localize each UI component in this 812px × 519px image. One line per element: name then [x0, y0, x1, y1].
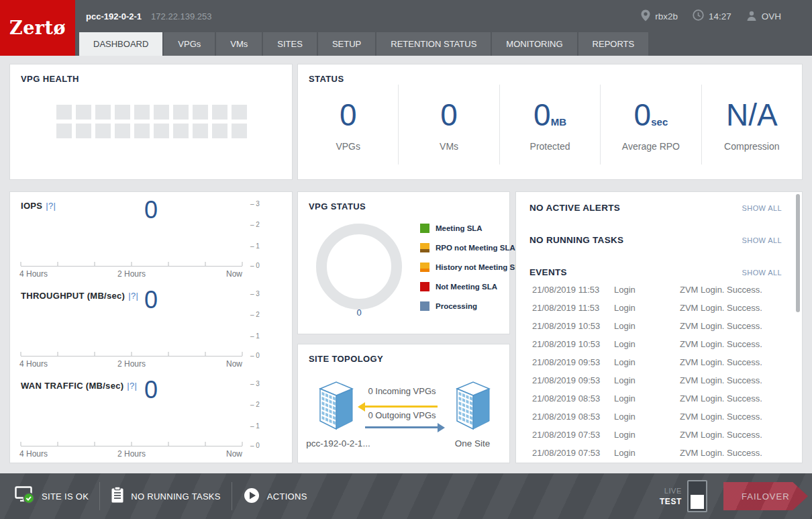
vpg-health-grid: [56, 105, 251, 138]
metric-label: VPGs: [336, 141, 360, 152]
vpg-health-cell: [115, 105, 130, 120]
event-time: 21/08/2019 08:53: [532, 412, 614, 422]
remote-site-building-icon: [454, 381, 493, 433]
alerts-tasks-events-panel: NO ACTIVE ALERTS SHOW ALL NO RUNNING TAS…: [515, 191, 803, 463]
vpg-status-donut-value: 0: [315, 308, 403, 318]
svg-text:2 Hours: 2 Hours: [117, 449, 146, 459]
event-time: 21/08/2019 08:53: [532, 393, 614, 404]
tab-vms[interactable]: VMs: [216, 32, 262, 56]
site-ok-icon: [15, 486, 35, 506]
tab-vpgs[interactable]: VPGs: [164, 32, 215, 56]
legend-item: Processing: [420, 301, 525, 311]
location-indicator: rbx2b: [641, 9, 678, 23]
vpg-health-cell: [154, 124, 169, 138]
event-description: ZVM Login. Success.: [680, 303, 794, 313]
local-site-building-icon: [317, 381, 356, 433]
event-time: 21/08/2019 07:53: [532, 430, 614, 440]
chart-wan-traffic-mb-sec: 4 Hours 2 Hours Now– 3– 2– 1– 0 WAN TRAF…: [10, 372, 292, 462]
events-show-all-link[interactable]: SHOW ALL: [742, 269, 782, 277]
location-label: rbx2b: [655, 11, 678, 21]
tab-reports[interactable]: REPORTS: [578, 32, 649, 56]
vpg-health-panel: VPG HEALTH: [9, 64, 293, 180]
event-description: ZVM Login. Success.: [680, 412, 794, 422]
event-row: 21/08/2019 07:53 Login ZVM Login. Succes…: [516, 444, 794, 462]
vpg-health-cell: [134, 105, 150, 120]
event-description: ZVM Login. Success.: [680, 357, 794, 367]
tab-bar: DASHBOARDVPGsVMsSITESSETUPRETENTION STAT…: [75, 32, 812, 56]
time-indicator: 14:27: [693, 9, 731, 23]
tab-monitoring[interactable]: MONITORING: [492, 32, 576, 56]
event-description: ZVM Login. Success.: [680, 285, 794, 295]
vpg-health-cell: [56, 124, 72, 138]
chart-current-value: 0: [10, 286, 292, 314]
status-metric: 0 VMs: [398, 85, 499, 164]
user-indicator[interactable]: OVH: [746, 10, 781, 23]
metric-value: 0: [340, 99, 357, 130]
tab-setup[interactable]: SETUP: [318, 32, 375, 56]
status-metrics: 0 VPGs 0 VMs 0MB Protected 0sec Average …: [298, 85, 802, 164]
event-type: Login: [614, 448, 680, 458]
svg-text:Now: Now: [226, 449, 242, 459]
legend-swatch: [420, 224, 429, 233]
events-title: EVENTS: [529, 267, 567, 277]
vpg-health-cell: [76, 124, 91, 138]
vpg-status-panel: VPG STATUS 0 Meeting SLA RPO not Meeting…: [297, 191, 510, 334]
status-metric: 0sec Average RPO: [600, 85, 701, 164]
tab-retention-status[interactable]: RETENTION STATUS: [376, 32, 491, 56]
event-row: 21/08/2019 08:53 Login ZVM Login. Succes…: [516, 408, 794, 426]
failover-button[interactable]: FAILOVER: [723, 482, 808, 510]
event-time: 21/08/2019 11:53: [532, 285, 614, 295]
event-type: Login: [614, 357, 680, 367]
tab-sites[interactable]: SITES: [263, 32, 317, 56]
outgoing-arrow: [365, 426, 438, 428]
tasks-status-indicator: NO RUNNING TASKS: [111, 486, 221, 506]
user-label: OVH: [762, 11, 781, 21]
incoming-vpgs-label: 0 Incoming VPGs: [355, 386, 449, 396]
svg-text:4 Hours: 4 Hours: [19, 269, 48, 279]
event-description: ZVM Login. Success.: [680, 339, 794, 349]
event-description: ZVM Login. Success.: [680, 393, 794, 404]
user-icon: [746, 10, 757, 23]
legend-label: RPO not Meeting SLA: [436, 244, 515, 252]
event-row: 21/08/2019 07:53 Login ZVM Login. Succes…: [516, 426, 794, 444]
chart-current-value: 0: [10, 376, 292, 404]
vpg-health-cell: [232, 124, 247, 138]
legend-swatch: [420, 301, 429, 311]
legend-item: Not Meeting SLA: [420, 282, 525, 291]
status-title: STATUS: [309, 74, 344, 84]
svg-text:4 Hours: 4 Hours: [19, 449, 48, 459]
vpg-health-cell: [115, 124, 130, 138]
legend-label: Not Meeting SLA: [436, 283, 497, 291]
status-metric: N/A Compression: [701, 85, 802, 164]
tab-dashboard[interactable]: DASHBOARD: [79, 32, 162, 56]
alerts-show-all-link[interactable]: SHOW ALL: [742, 204, 782, 212]
event-description: ZVM Login. Success.: [680, 321, 794, 331]
event-time: 21/08/2019 09:53: [532, 375, 614, 385]
actions-menu[interactable]: ACTIONS: [243, 487, 307, 506]
legend-item: RPO not Meeting SLA: [420, 243, 525, 252]
tasks-show-all-link[interactable]: SHOW ALL: [742, 236, 782, 244]
vpg-health-cell: [95, 105, 111, 120]
legend-label: History not Meeting SLA: [436, 263, 525, 271]
events-scrollbar[interactable]: [796, 194, 800, 312]
local-site-label: pcc-192-0-2-1...: [295, 438, 382, 449]
svg-text:– 0: – 0: [250, 352, 260, 359]
event-type: Login: [614, 375, 680, 385]
site-status-label: SITE IS OK: [42, 491, 89, 502]
vpg-health-cell: [76, 105, 91, 120]
actions-label: ACTIONS: [267, 491, 307, 502]
vpg-status-donut-chart: [315, 223, 403, 310]
svg-text:2 Hours: 2 Hours: [117, 269, 146, 279]
running-tasks-title: NO RUNNING TASKS: [529, 235, 623, 245]
event-type: Login: [614, 321, 680, 331]
actions-play-icon: [243, 487, 260, 506]
live-test-toggle[interactable]: [687, 480, 707, 512]
event-row: 21/08/2019 11:53 Login ZVM Login. Succes…: [516, 281, 794, 299]
legend-item: History not Meeting SLA: [420, 263, 525, 272]
legend-swatch: [420, 263, 429, 272]
test-label: TEST: [660, 497, 682, 506]
event-time: 21/08/2019 10:53: [532, 321, 614, 331]
svg-text:2 Hours: 2 Hours: [117, 359, 146, 369]
toggle-knob: [691, 495, 704, 509]
svg-text:– 1: – 1: [250, 422, 260, 430]
